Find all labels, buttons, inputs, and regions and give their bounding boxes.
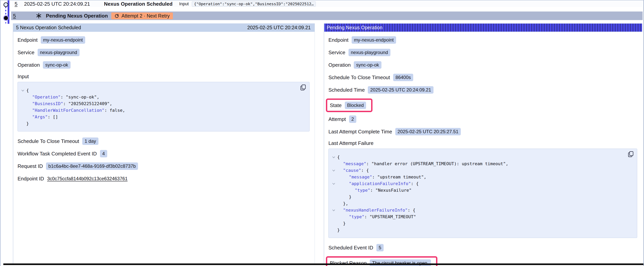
json-line-text: {	[26, 87, 29, 94]
event-detail-card-scheduled: 5 Nexus Operation Scheduled 2025-02-25 U…	[13, 24, 315, 264]
history-row-pending[interactable]: 5 Pending Nexus Operation Attempt 2 · Ne…	[11, 12, 643, 20]
json-line: }	[330, 227, 625, 233]
field-value-chip: 2025-02-25 UTC 20:25:27.51	[395, 128, 461, 135]
field-value-chip: 4	[100, 150, 107, 157]
json-line-text: {	[337, 154, 340, 160]
json-line: {	[330, 154, 625, 160]
json-key: "Args"	[32, 114, 48, 119]
json-key: "nexusHandlerFailureInfo"	[343, 208, 408, 212]
json-gutter	[330, 200, 337, 203]
input-preview-chip: {"Operation":"sync-op-ok","BusinessID":"…	[192, 1, 316, 7]
field-row-schedule-to-close-timeout: Schedule To Close Timeout86400s	[328, 74, 642, 81]
input-block-label: Input	[18, 74, 314, 80]
card-body: Endpointmy-nexus-endpointServicenexus-pl…	[324, 32, 642, 266]
field-row-operation: Operationsync-op-ok	[328, 61, 642, 69]
json-key: "Operation"	[32, 95, 60, 99]
open-circle-icon	[4, 2, 8, 7]
field-row-endpoint: Endpointmy-nexus-endpoint	[18, 36, 314, 44]
card-header-striped: Pending Nexus Operation	[324, 24, 642, 32]
event-detail-card-pending: Pending Nexus Operation Endpointmy-nexus…	[324, 24, 642, 264]
json-gutter	[330, 174, 337, 176]
json-line-text: "Args": []	[26, 114, 58, 120]
json-line: "applicationFailureInfo": {	[330, 180, 625, 187]
field-row-service: Servicenexus-playground	[328, 49, 642, 56]
input-label: Input	[179, 1, 189, 7]
json-gutter	[330, 187, 337, 189]
json-line: }	[19, 120, 298, 127]
field-row-operation: Operationsync-op-ok	[18, 61, 314, 69]
json-line-text: }	[337, 194, 352, 200]
json-line: "message": "handler error (UPSTREAM_TIME…	[330, 160, 625, 167]
json-gutter	[19, 120, 26, 123]
field-value-chip: sync-op-ok	[354, 61, 381, 69]
field-label: State	[330, 102, 342, 108]
asterisk-icon	[36, 13, 42, 19]
field-label: Service	[328, 50, 346, 56]
json-gutter	[19, 107, 26, 109]
history-row-scheduled[interactable]: 5 2025-02-25 UTC 20:24:09.21 Nexus Opera…	[12, 1, 643, 7]
field-label: Endpoint	[328, 37, 348, 43]
chevron-down-icon[interactable]	[19, 87, 26, 92]
field-value-chip: b1c6a4bc-8ee7-468a-9169-df3b02c8737b	[46, 162, 138, 170]
field-label: Scheduled Event ID	[328, 245, 373, 251]
json-gutter	[19, 114, 26, 116]
json-gutter	[330, 194, 337, 196]
field-label: Scheduled Time	[328, 87, 365, 93]
failure-block-label: Last Attempt Failure	[328, 140, 642, 146]
json-line-text: }	[337, 220, 346, 227]
field-label: Operation	[328, 62, 351, 68]
json-line-text: },	[337, 200, 348, 207]
json-line: "BusinessID": "20250225122409",	[19, 100, 298, 107]
json-line: },	[330, 200, 625, 207]
failure-json-viewer: {"message": "handler error (UPSTREAM_TIM…	[328, 149, 637, 238]
chevron-down-icon[interactable]	[330, 180, 337, 185]
json-line-text: }	[337, 227, 340, 233]
event-id-link[interactable]: 5	[13, 13, 16, 19]
json-line: "HandlerWaitForCancellation": false,	[19, 107, 298, 114]
json-line: "Args": []	[19, 114, 298, 120]
retry-badge-label: Attempt 2 · Next Retry	[122, 13, 170, 19]
field-label: Attempt	[328, 116, 346, 122]
json-key: "applicationFailureInfo"	[349, 181, 411, 186]
field-value-chip: my-nexus-endpoint	[41, 36, 85, 44]
json-line: "cause": {	[330, 167, 625, 174]
chevron-down-icon[interactable]	[330, 154, 337, 158]
json-gutter	[330, 160, 337, 163]
chevron-down-icon[interactable]	[330, 167, 337, 172]
json-gutter	[19, 100, 26, 103]
field-value-link[interactable]: 3c0c75ccfa8144b092c13ce632463761	[47, 176, 128, 181]
field-label: Service	[18, 50, 34, 56]
field-row-scheduled-event-id: Scheduled Event ID5	[328, 244, 642, 251]
json-line-text: "type": "UPSTREAM_TIMEOUT"	[337, 213, 416, 220]
json-key: "HandlerWaitForCancellation"	[32, 108, 104, 113]
copy-icon[interactable]	[628, 151, 634, 158]
copy-icon[interactable]	[300, 84, 306, 91]
json-line-text: "applicationFailureInfo": {	[337, 180, 419, 187]
card-title: 5 Nexus Operation Scheduled	[16, 25, 81, 31]
json-line-text: "cause": {	[337, 167, 369, 174]
timeline-dashed-connector	[5, 7, 6, 24]
field-value-chip: 86400s	[393, 74, 413, 81]
bottom-divider-bar	[3, 263, 644, 265]
json-line-text: "BusinessID": "20250225122409",	[26, 100, 112, 107]
field-row-state: StateBlocked	[330, 101, 366, 109]
json-key: "type"	[355, 188, 370, 193]
json-key: "message"	[343, 161, 366, 166]
json-line-text: "message": "upstream timeout",	[337, 174, 426, 180]
event-name: Nexus Operation Scheduled	[104, 1, 172, 7]
json-line: }	[330, 194, 625, 200]
field-label: Endpoint ID	[18, 176, 44, 182]
field-label: Endpoint	[18, 37, 38, 43]
event-timestamp: 2025-02-25 UTC 20:24:09.21	[24, 1, 104, 7]
json-gutter	[330, 213, 337, 216]
json-line: }	[330, 220, 625, 227]
event-id-link[interactable]: 5	[14, 1, 17, 7]
field-row-last-attempt-complete-time: Last Attempt Complete Time2025-02-25 UTC…	[328, 128, 642, 136]
json-key: "type"	[349, 214, 364, 219]
input-json-viewer: {"Operation": "sync-op-ok","BusinessID":…	[18, 82, 310, 131]
chevron-down-icon[interactable]	[330, 207, 337, 211]
field-row-schedule-to-close-timeout: Schedule To Close Timeout1 day	[18, 137, 314, 145]
filled-circle-icon	[4, 16, 8, 20]
json-line-text: "Operation": "sync-op-ok",	[26, 94, 99, 100]
card-timestamp: 2025-02-25 UTC 20:24:09.21	[247, 25, 311, 31]
